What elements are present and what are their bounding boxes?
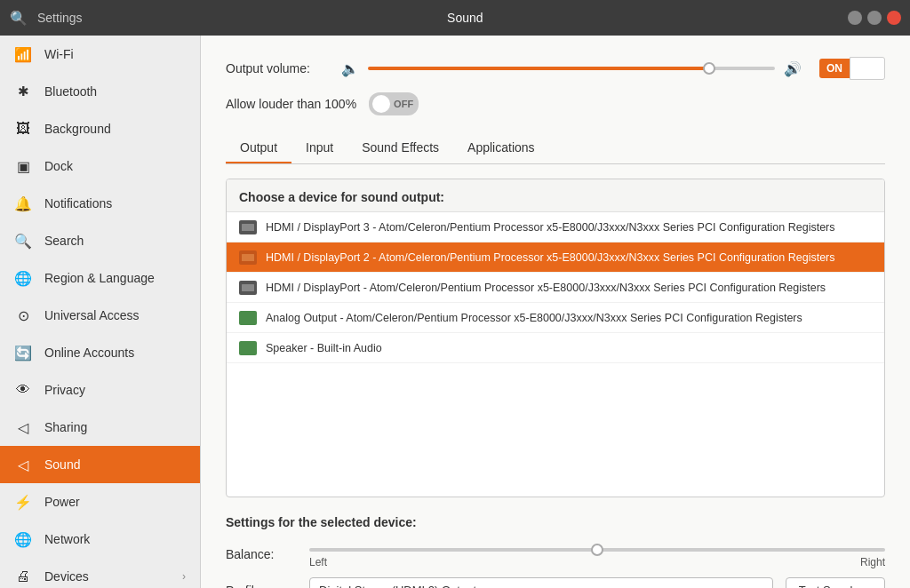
profile-row: Profile: Digital Stereo (HDMI 2) OutputD…: [226, 577, 885, 588]
page-title: Sound: [83, 11, 848, 25]
tab-applications[interactable]: Applications: [453, 133, 549, 163]
device-label-hdmi1: HDMI / DisplayPort - Atom/Celeron/Pentiu…: [266, 282, 826, 294]
toggle-off-box: [850, 57, 885, 80]
device-list-box: Choose a device for sound output: HDMI /…: [226, 179, 885, 497]
profile-label: Profile:: [226, 584, 297, 589]
sidebar-item-region[interactable]: 🌐 Region & Language: [0, 259, 200, 297]
sidebar-label-notifications: Notifications: [44, 196, 112, 211]
volume-low-icon: 🔈: [341, 60, 359, 77]
volume-on-toggle[interactable]: ON: [819, 57, 885, 80]
allow-louder-toggle[interactable]: OFF: [369, 92, 419, 115]
titlebar: 🔍 Settings Sound: [0, 0, 910, 36]
hdmi3-icon: [239, 220, 257, 234]
device-item-speaker[interactable]: Speaker - Built-in Audio: [227, 333, 884, 363]
sidebar-label-background: Background: [44, 122, 111, 136]
search-sidebar-icon: 🔍: [14, 232, 32, 250]
close-button[interactable]: [887, 11, 901, 25]
background-icon: 🖼: [14, 120, 32, 138]
device-label-hdmi2: HDMI / DisplayPort 2 - Atom/Celeron/Pent…: [266, 251, 835, 264]
window-controls: [848, 11, 901, 25]
volume-slider[interactable]: [368, 67, 775, 70]
output-volume-label: Output volume:: [226, 61, 332, 75]
sidebar-label-dock: Dock: [44, 159, 73, 173]
devices-chevron-icon: ›: [182, 570, 186, 583]
sidebar-label-power: Power: [44, 495, 80, 509]
dock-icon: ▣: [14, 157, 32, 175]
sidebar-label-network: Network: [44, 532, 90, 546]
sidebar-label-sound: Sound: [44, 457, 80, 472]
device-list: HDMI / DisplayPort 3 - Atom/Celeron/Pent…: [227, 212, 884, 497]
toggle-off-text: OFF: [394, 99, 413, 109]
devices-icon: 🖨: [14, 568, 32, 585]
test-speakers-button[interactable]: Test Speakers: [786, 577, 885, 588]
device-label-hdmi3: HDMI / DisplayPort 3 - Atom/Celeron/Pent…: [266, 221, 835, 234]
power-icon: ⚡: [14, 493, 32, 511]
volume-row: Output volume: 🔈 🔊 ON: [226, 57, 885, 80]
sidebar-label-search: Search: [44, 234, 84, 248]
balance-right-label: Right: [860, 556, 885, 568]
privacy-icon: 👁: [14, 381, 32, 399]
sidebar-label-online-accounts: Online Accounts: [44, 346, 134, 360]
device-settings-section: Settings for the selected device: Balanc…: [226, 515, 885, 588]
main-content: Output volume: 🔈 🔊 ON Allow louder than …: [201, 36, 910, 588]
tab-output[interactable]: Output: [226, 133, 291, 163]
notifications-icon: 🔔: [14, 195, 32, 212]
hdmi1-icon: [239, 281, 257, 295]
sidebar-label-sharing: Sharing: [44, 420, 87, 434]
sidebar-item-search[interactable]: 🔍 Search: [0, 222, 200, 259]
universal-access-icon: ⊙: [14, 306, 32, 324]
svg-rect-3: [242, 254, 254, 261]
balance-slider-wrap: Left Right: [309, 540, 885, 568]
analog-icon: [239, 311, 257, 325]
sidebar: 📶 Wi-Fi ✱ Bluetooth 🖼 Background ▣ Dock …: [0, 36, 201, 588]
sidebar-item-bluetooth[interactable]: ✱ Bluetooth: [0, 73, 200, 110]
balance-left-label: Left: [309, 556, 327, 568]
sidebar-label-devices: Devices: [44, 569, 89, 584]
sidebar-label-universal-access: Universal Access: [44, 308, 140, 322]
toggle-knob: [372, 95, 390, 113]
volume-high-icon: 🔊: [784, 60, 802, 77]
sidebar-label-wifi: Wi-Fi: [44, 47, 74, 61]
device-item-hdmi1[interactable]: HDMI / DisplayPort - Atom/Celeron/Pentiu…: [227, 273, 884, 303]
device-item-hdmi3[interactable]: HDMI / DisplayPort 3 - Atom/Celeron/Pent…: [227, 212, 884, 242]
settings-section-title: Settings for the selected device:: [226, 515, 885, 529]
app-title: Settings: [37, 11, 83, 25]
sidebar-item-sharing[interactable]: ◁ Sharing: [0, 409, 200, 446]
sidebar-item-power[interactable]: ⚡ Power: [0, 483, 200, 520]
speaker-icon: [239, 341, 257, 355]
tab-sound-effects[interactable]: Sound Effects: [347, 133, 453, 163]
device-item-analog[interactable]: Analog Output - Atom/Celeron/Pentium Pro…: [227, 303, 884, 333]
wifi-icon: 📶: [14, 45, 32, 63]
search-icon: 🔍: [9, 8, 28, 28]
profile-select[interactable]: Digital Stereo (HDMI 2) OutputDigital Su…: [309, 577, 773, 588]
app-body: 📶 Wi-Fi ✱ Bluetooth 🖼 Background ▣ Dock …: [0, 36, 910, 588]
toggle-on-label: ON: [819, 59, 850, 78]
allow-louder-label: Allow louder than 100%: [226, 97, 356, 111]
sidebar-item-devices[interactable]: 🖨 Devices ›: [0, 558, 200, 588]
sidebar-item-online-accounts[interactable]: 🔄 Online Accounts: [0, 334, 200, 371]
device-item-hdmi2[interactable]: HDMI / DisplayPort 2 - Atom/Celeron/Pent…: [227, 242, 884, 273]
sidebar-item-notifications[interactable]: 🔔 Notifications: [0, 185, 200, 222]
tab-input[interactable]: Input: [291, 133, 347, 163]
sidebar-item-background[interactable]: 🖼 Background: [0, 110, 200, 147]
sidebar-item-universal-access[interactable]: ⊙ Universal Access: [0, 297, 200, 334]
sound-icon: ◁: [14, 456, 32, 473]
bluetooth-icon: ✱: [14, 83, 32, 100]
maximize-button[interactable]: [867, 11, 882, 25]
minimize-button[interactable]: [848, 11, 862, 25]
sidebar-item-dock[interactable]: ▣ Dock: [0, 147, 200, 185]
sidebar-item-sound[interactable]: ◁ Sound: [0, 446, 200, 483]
balance-slider[interactable]: [309, 548, 885, 552]
sidebar-item-network[interactable]: 🌐 Network: [0, 520, 200, 558]
balance-labels: Left Right: [309, 556, 885, 568]
allow-louder-row: Allow louder than 100% OFF: [226, 92, 885, 115]
sharing-icon: ◁: [14, 418, 32, 436]
tabs-row: Output Input Sound Effects Applications: [226, 133, 885, 164]
online-accounts-icon: 🔄: [14, 344, 32, 362]
sidebar-item-privacy[interactable]: 👁 Privacy: [0, 371, 200, 409]
balance-label: Balance:: [226, 547, 297, 561]
balance-row: Balance: Left Right: [226, 540, 885, 568]
device-label-analog: Analog Output - Atom/Celeron/Pentium Pro…: [266, 312, 802, 324]
sidebar-item-wifi[interactable]: 📶 Wi-Fi: [0, 36, 200, 73]
volume-slider-container: [368, 67, 775, 70]
